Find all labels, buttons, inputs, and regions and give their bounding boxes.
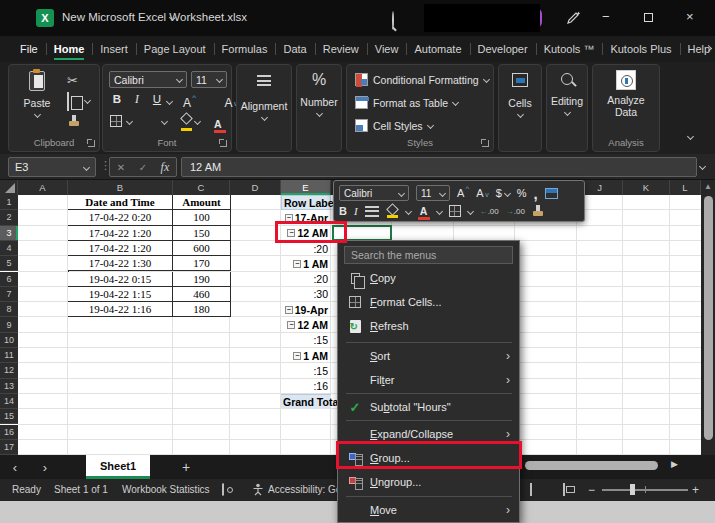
select-all-corner[interactable] — [0, 180, 18, 195]
tab-page-layout[interactable]: Page Layout — [136, 36, 214, 62]
number-button[interactable]: % Number — [297, 71, 341, 116]
menu-item-subtotal-hours[interactable]: ✓ Subtotal "Hours" — [339, 395, 519, 419]
row-header-10[interactable]: 10 — [0, 333, 18, 348]
cell-c1[interactable]: Amount — [173, 195, 231, 210]
tab-automate[interactable]: Automate — [406, 36, 469, 62]
col-header-l[interactable]: L — [670, 180, 701, 195]
collapse-minus-icon[interactable]: − — [293, 260, 301, 268]
formula-input[interactable]: 12 AM — [181, 157, 697, 177]
excel-app-icon[interactable]: X — [36, 9, 54, 27]
pivot-row-time[interactable]: :30 — [281, 287, 331, 302]
tab-data[interactable]: Data — [275, 36, 314, 62]
menu-item-ungroup[interactable]: Ungroup... — [339, 470, 519, 494]
tab-review[interactable]: Review — [315, 36, 367, 62]
grow-font-button[interactable]: A — [183, 96, 196, 110]
tab-formulas[interactable]: Formulas — [214, 36, 276, 62]
col-header-d[interactable]: D — [230, 180, 281, 195]
collapse-minus-icon[interactable]: − — [293, 352, 301, 360]
mini-borders-chevron-icon[interactable] — [467, 207, 474, 214]
vertical-scroll-thumb[interactable] — [704, 196, 713, 440]
zoom-in-button[interactable]: + — [692, 483, 699, 497]
editing-button[interactable]: Editing — [547, 73, 587, 115]
underline-button[interactable]: U — [149, 93, 165, 105]
mini-fill-chevron-icon[interactable] — [405, 207, 412, 214]
tab-view[interactable]: View — [367, 36, 407, 62]
cell-c7[interactable]: 460 — [173, 287, 231, 302]
row-header-15[interactable]: 15 — [0, 409, 18, 424]
clipboard-dialog-launcher-icon[interactable] — [88, 140, 95, 147]
mini-align-icon[interactable] — [365, 206, 379, 217]
paste-button[interactable]: Paste — [17, 71, 57, 117]
fill-color-chevron-icon[interactable] — [161, 118, 168, 125]
mini-fill-color-icon[interactable] — [386, 205, 399, 218]
styles-dialog-launcher-icon[interactable] — [482, 140, 489, 147]
search-icon[interactable] — [392, 11, 394, 30]
row-header-7[interactable]: 7 — [0, 287, 18, 302]
alignment-button[interactable]: Alignment — [237, 75, 291, 120]
mini-italic-button[interactable]: I — [354, 205, 358, 217]
scroll-up-icon[interactable]: ▲ — [704, 182, 712, 191]
cell-c5[interactable]: 170 — [173, 256, 231, 271]
tab-home[interactable]: Home — [46, 36, 93, 62]
mini-increase-decimal-icon[interactable]: →.00 — [506, 207, 525, 216]
mini-font-name-combo[interactable]: Calibri — [339, 185, 409, 201]
format-as-table-button[interactable]: Format as Table — [355, 96, 458, 109]
scroll-right-icon[interactable]: ▶ — [671, 459, 678, 469]
row-header-6[interactable]: 6 — [0, 272, 18, 287]
borders-chevron-icon[interactable] — [126, 118, 133, 125]
cell-b5[interactable]: 17-04-22 1:30 — [68, 256, 173, 271]
zoom-out-button[interactable]: − — [588, 483, 595, 497]
cell-b2[interactable]: 17-04-22 0:20 — [68, 210, 173, 225]
pivot-row-time[interactable]: :20 — [281, 272, 331, 287]
italic-button[interactable]: I — [129, 93, 145, 105]
row-header-14[interactable]: 14 — [0, 394, 18, 409]
collapse-ribbon-chevron-icon[interactable] — [687, 133, 694, 140]
horizontal-scroll-thumb[interactable] — [525, 461, 658, 470]
menu-item-format-cells[interactable]: Format Cells... — [339, 290, 519, 314]
col-header-e[interactable]: E — [281, 180, 331, 195]
menu-item-move[interactable]: Move › — [339, 498, 519, 522]
cell-styles-button[interactable]: Cell Styles — [355, 119, 433, 132]
mini-bold-button[interactable]: B — [339, 205, 347, 217]
font-size-combo[interactable]: 11 — [191, 71, 227, 88]
pivot-row-1am[interactable]: −1 AM — [281, 348, 331, 363]
col-header-c[interactable]: C — [173, 180, 230, 195]
row-header-9[interactable]: 9 — [0, 317, 18, 332]
add-sheet-icon[interactable]: + — [182, 459, 190, 475]
name-box[interactable]: E3 — [8, 157, 96, 177]
mini-format-painter-icon[interactable] — [532, 205, 544, 217]
close-button[interactable]: × — [686, 9, 694, 24]
collapse-minus-icon[interactable]: − — [287, 321, 295, 329]
font-color-chevron-icon[interactable] — [194, 118, 201, 125]
cell-b4[interactable]: 17-04-22 1:20 — [68, 241, 173, 256]
cancel-entry-icon[interactable]: ✕ — [117, 162, 125, 173]
row-header-3[interactable]: 3 — [0, 226, 18, 241]
prev-sheet-icon[interactable]: ‹ — [0, 460, 30, 475]
maximize-button[interactable] — [644, 13, 653, 22]
insert-function-icon[interactable]: fx — [161, 160, 170, 175]
pivot-row-time[interactable]: :15 — [281, 363, 331, 378]
draw-pen-icon[interactable] — [566, 10, 581, 25]
pivot-row-time[interactable]: :15 — [281, 333, 331, 348]
pivot-row-time[interactable]: :16 — [281, 379, 331, 394]
tab-kutools-plus[interactable]: Kutools Plus — [602, 36, 679, 62]
row-header-4[interactable]: 4 — [0, 241, 18, 256]
col-header-b[interactable]: B — [68, 180, 173, 195]
status-sheet-info[interactable]: Sheet 1 of 1 — [54, 484, 108, 495]
borders-icon[interactable] — [110, 115, 122, 127]
mini-borders-icon[interactable] — [449, 205, 461, 217]
mini-format-table-icon[interactable] — [545, 188, 558, 199]
conditional-formatting-button[interactable]: Conditional Formatting — [355, 73, 489, 86]
cell-c2[interactable]: 100 — [173, 210, 231, 225]
copy-icon[interactable] — [67, 92, 69, 111]
row-header-16[interactable]: 16 — [0, 425, 18, 440]
row-header-17[interactable]: 17 — [0, 440, 18, 455]
page-layout-view-icon[interactable] — [563, 483, 565, 496]
menu-search-input[interactable] — [344, 246, 513, 264]
minimize-button[interactable]: − — [602, 9, 610, 24]
status-workbook-statistics[interactable]: Workbook Statistics — [122, 484, 210, 495]
tab-insert[interactable]: Insert — [92, 36, 136, 62]
normal-view-icon[interactable] — [530, 483, 532, 496]
mini-shrink-font-button[interactable]: A — [476, 187, 488, 199]
cell-b7[interactable]: 19-04-22 1:15 — [68, 287, 173, 302]
